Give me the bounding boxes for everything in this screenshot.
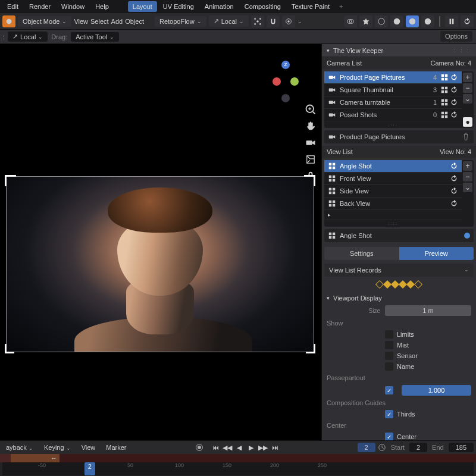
- viewport-display-header[interactable]: ▾Viewport Display: [327, 292, 471, 304]
- playback-dropdown[interactable]: ayback ⌄: [2, 443, 37, 452]
- play-reverse-icon[interactable]: ◀: [234, 442, 245, 453]
- shading-solid-icon[interactable]: [390, 15, 403, 27]
- trash-icon[interactable]: [462, 133, 470, 141]
- passepartout-field[interactable]: 1.000: [402, 385, 471, 396]
- snap-icon[interactable]: [267, 15, 280, 27]
- jump-start-icon[interactable]: ⏮: [210, 442, 221, 453]
- view-menu-button[interactable]: ⌄: [463, 183, 472, 192]
- keyframe-icon[interactable]: [414, 280, 422, 289]
- proportional-icon[interactable]: [282, 15, 295, 27]
- axis-z-icon[interactable]: Z: [281, 61, 290, 69]
- end-frame-field[interactable]: 185: [449, 443, 474, 452]
- add-view-button[interactable]: +: [463, 161, 472, 171]
- play-icon[interactable]: ▶: [246, 442, 256, 453]
- perspective-icon[interactable]: [305, 154, 317, 165]
- camera-special-button[interactable]: ●: [463, 117, 472, 127]
- camera-menu-button[interactable]: ⌄: [463, 94, 472, 104]
- list-grip[interactable]: ::::: [324, 220, 462, 227]
- refresh-icon[interactable]: [450, 187, 458, 195]
- mode-dropdown[interactable]: Object Mode⌄: [18, 16, 71, 27]
- timeline-ruler[interactable]: -50 50 100 150 200 250 2: [2, 462, 474, 475]
- refresh-icon[interactable]: [450, 73, 458, 82]
- refresh-icon[interactable]: [450, 199, 458, 208]
- list-grip[interactable]: ::::: [324, 121, 462, 128]
- name-checkbox[interactable]: Name: [327, 361, 471, 372]
- workspace-tab-layout[interactable]: Layout: [128, 1, 157, 12]
- jump-end-icon[interactable]: ⏭: [270, 442, 280, 453]
- camera-item-turntable[interactable]: Camera turntable1: [324, 96, 462, 109]
- camera-view-icon[interactable]: [305, 137, 317, 149]
- menu-help[interactable]: Help: [90, 1, 114, 12]
- axis-x-icon[interactable]: [273, 77, 281, 86]
- camera-item-product[interactable]: Product Page Pictures 4: [324, 71, 462, 84]
- shading-material-icon[interactable]: [406, 15, 419, 27]
- camera-item-square[interactable]: Square Thumbnail3: [324, 84, 462, 96]
- current-frame-field[interactable]: 2: [358, 443, 375, 452]
- pause-icon[interactable]: [445, 15, 458, 27]
- clock-icon[interactable]: [378, 443, 386, 452]
- record-icon[interactable]: [196, 444, 203, 451]
- grid-icon[interactable]: [440, 86, 449, 94]
- editor-type-icon[interactable]: [2, 15, 15, 27]
- options-button[interactable]: Options: [440, 31, 472, 42]
- view-item-angle[interactable]: Angle Shot: [324, 160, 462, 173]
- refresh-icon[interactable]: [461, 15, 474, 27]
- panel-header[interactable]: ▾The View Keeper⋮⋮⋮: [322, 44, 476, 57]
- gizmo-toggle-icon[interactable]: [359, 15, 372, 27]
- grid-icon[interactable]: [440, 98, 449, 107]
- playhead[interactable]: 2: [84, 462, 95, 475]
- view-item-back[interactable]: Back View: [324, 198, 462, 210]
- view-item-side[interactable]: Side View: [324, 185, 462, 198]
- menu-edit[interactable]: Edit: [2, 1, 23, 12]
- next-key-icon[interactable]: ▶▶: [258, 442, 268, 453]
- camera-item-posed[interactable]: Posed Shots0: [324, 109, 462, 121]
- chevron-down-icon[interactable]: ⌄: [298, 18, 302, 24]
- grid-icon[interactable]: [440, 111, 449, 119]
- timeline-strip[interactable]: ↔: [0, 454, 476, 462]
- grid-icon[interactable]: [440, 73, 449, 82]
- workspace-tab-compositing[interactable]: Compositing: [240, 1, 286, 12]
- mist-checkbox[interactable]: Mist: [327, 340, 471, 350]
- tab-settings[interactable]: Settings: [324, 247, 399, 260]
- overlay-icon[interactable]: [344, 15, 357, 27]
- add-workspace-button[interactable]: +: [336, 1, 346, 12]
- center-checkbox[interactable]: Center: [327, 431, 471, 440]
- orientation-dropdown[interactable]: ↗Local⌄: [209, 15, 249, 27]
- remove-camera-button[interactable]: −: [463, 83, 472, 93]
- refresh-icon[interactable]: [450, 86, 458, 94]
- toolbar-add[interactable]: Add: [111, 18, 123, 25]
- passepartout-checkbox[interactable]: [385, 386, 393, 394]
- viewport-3d[interactable]: Z: [0, 44, 321, 440]
- pan-hand-icon[interactable]: [305, 120, 317, 132]
- toolbar-view[interactable]: View: [74, 18, 88, 25]
- menu-render[interactable]: Render: [24, 1, 55, 12]
- retopoflow-dropdown[interactable]: RetopoFlow⌄: [155, 16, 206, 27]
- orientation-select[interactable]: ↗Local⌄: [8, 32, 48, 42]
- tab-preview[interactable]: Preview: [399, 247, 474, 260]
- prev-key-icon[interactable]: ◀◀: [222, 442, 233, 453]
- shading-wire-icon[interactable]: [375, 15, 388, 27]
- drag-select[interactable]: Active Tool⌄: [71, 32, 119, 42]
- refresh-icon[interactable]: [450, 174, 458, 183]
- view-records-header[interactable]: View List Records⌄: [324, 264, 474, 277]
- axis-neg-icon[interactable]: [281, 94, 290, 102]
- sensor-checkbox[interactable]: Sensor: [327, 350, 471, 361]
- size-field[interactable]: 1 m: [385, 305, 471, 316]
- zoom-icon[interactable]: [305, 104, 317, 115]
- view-item-expand[interactable]: ▸: [324, 210, 462, 220]
- thirds-checkbox[interactable]: Thirds: [327, 409, 471, 419]
- keying-dropdown[interactable]: Keying ⌄: [40, 443, 74, 452]
- remove-view-button[interactable]: −: [463, 172, 472, 181]
- refresh-icon[interactable]: [450, 111, 458, 119]
- pivot-icon[interactable]: [251, 15, 264, 27]
- workspace-tab-texturepaint[interactable]: Texture Paint: [287, 1, 334, 12]
- toolbar-select[interactable]: Select: [90, 18, 109, 25]
- active-dot-icon[interactable]: [464, 233, 470, 239]
- add-camera-button[interactable]: +: [463, 73, 472, 82]
- workspace-tab-uv[interactable]: UV Editing: [158, 1, 199, 12]
- refresh-icon[interactable]: [450, 162, 458, 170]
- workspace-tab-animation[interactable]: Animation: [200, 1, 239, 12]
- start-frame-field[interactable]: 2: [409, 443, 427, 452]
- view-item-front[interactable]: Front View: [324, 173, 462, 185]
- limits-checkbox[interactable]: Limits: [327, 329, 471, 340]
